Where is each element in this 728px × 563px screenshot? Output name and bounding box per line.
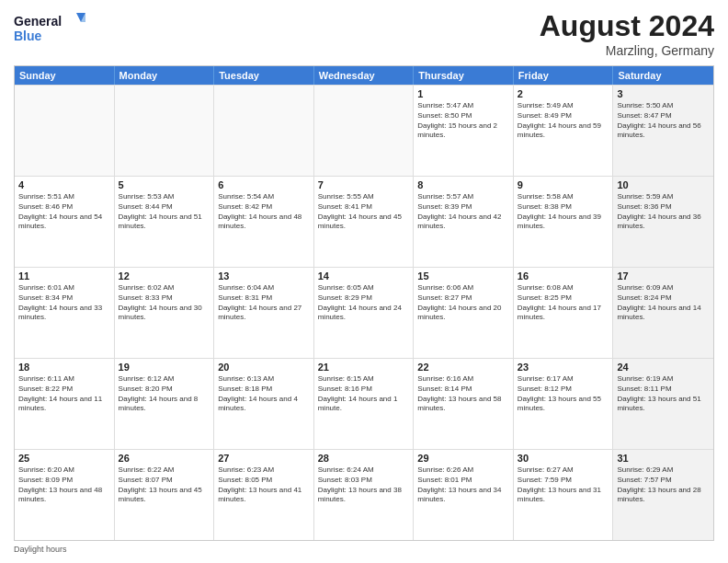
- day-number: 8: [417, 179, 509, 190]
- day-cell-29: 29Sunrise: 6:26 AM Sunset: 8:01 PM Dayli…: [414, 450, 514, 540]
- cell-info: Sunrise: 6:01 AM Sunset: 8:34 PM Dayligh…: [18, 283, 110, 323]
- cell-info: Sunrise: 6:09 AM Sunset: 8:24 PM Dayligh…: [617, 283, 710, 323]
- day-cell-25: 25Sunrise: 6:20 AM Sunset: 8:09 PM Dayli…: [15, 450, 115, 540]
- cell-info: Sunrise: 6:05 AM Sunset: 8:29 PM Dayligh…: [318, 283, 410, 323]
- day-number: 24: [617, 362, 710, 373]
- calendar-row-0: 1Sunrise: 5:47 AM Sunset: 8:50 PM Daylig…: [15, 85, 713, 176]
- day-header-tuesday: Tuesday: [214, 66, 314, 85]
- cell-info: Sunrise: 6:04 AM Sunset: 8:31 PM Dayligh…: [218, 283, 310, 323]
- empty-cell: [214, 86, 314, 176]
- cell-info: Sunrise: 5:53 AM Sunset: 8:44 PM Dayligh…: [119, 192, 210, 232]
- day-cell-14: 14Sunrise: 6:05 AM Sunset: 8:29 PM Dayli…: [314, 268, 415, 358]
- day-number: 11: [18, 270, 110, 282]
- day-number: 28: [318, 453, 410, 464]
- day-number: 21: [318, 362, 410, 373]
- svg-text:General: General: [14, 14, 62, 29]
- cell-info: Sunrise: 6:17 AM Sunset: 8:12 PM Dayligh…: [518, 374, 609, 414]
- day-cell-24: 24Sunrise: 6:19 AM Sunset: 8:11 PM Dayli…: [613, 359, 713, 449]
- day-number: 31: [617, 453, 710, 464]
- day-number: 29: [417, 453, 509, 464]
- day-cell-23: 23Sunrise: 6:17 AM Sunset: 8:12 PM Dayli…: [514, 359, 614, 449]
- day-number: 13: [218, 270, 310, 282]
- day-number: 26: [119, 453, 210, 464]
- day-number: 14: [318, 270, 410, 282]
- calendar-row-1: 4Sunrise: 5:51 AM Sunset: 8:46 PM Daylig…: [15, 176, 713, 267]
- cell-info: Sunrise: 5:50 AM Sunset: 8:47 PM Dayligh…: [617, 101, 710, 141]
- day-header-sunday: Sunday: [15, 66, 115, 85]
- logo: General Blue: [14, 9, 87, 48]
- day-number: 10: [617, 179, 710, 190]
- day-cell-31: 31Sunrise: 6:29 AM Sunset: 7:57 PM Dayli…: [613, 450, 713, 540]
- day-cell-15: 15Sunrise: 6:06 AM Sunset: 8:27 PM Dayli…: [414, 268, 514, 358]
- calendar-header: SundayMondayTuesdayWednesdayThursdayFrid…: [15, 66, 713, 85]
- day-number: 15: [417, 270, 509, 282]
- cell-info: Sunrise: 5:47 AM Sunset: 8:50 PM Dayligh…: [417, 101, 509, 141]
- cell-info: Sunrise: 6:27 AM Sunset: 7:59 PM Dayligh…: [518, 465, 609, 505]
- location: Marzling, Germany: [540, 43, 714, 58]
- calendar-body: 1Sunrise: 5:47 AM Sunset: 8:50 PM Daylig…: [15, 85, 713, 540]
- day-cell-2: 2Sunrise: 5:49 AM Sunset: 8:49 PM Daylig…: [514, 86, 614, 176]
- cell-info: Sunrise: 6:22 AM Sunset: 8:07 PM Dayligh…: [119, 465, 210, 505]
- day-cell-10: 10Sunrise: 5:59 AM Sunset: 8:36 PM Dayli…: [613, 177, 713, 267]
- cell-info: Sunrise: 6:11 AM Sunset: 8:22 PM Dayligh…: [18, 374, 110, 414]
- day-number: 6: [218, 179, 310, 190]
- cell-info: Sunrise: 6:08 AM Sunset: 8:25 PM Dayligh…: [518, 283, 609, 323]
- empty-cell: [314, 86, 415, 176]
- logo-svg: General Blue: [14, 9, 87, 48]
- day-cell-9: 9Sunrise: 5:58 AM Sunset: 8:38 PM Daylig…: [514, 177, 614, 267]
- day-header-thursday: Thursday: [414, 66, 514, 85]
- day-cell-6: 6Sunrise: 5:54 AM Sunset: 8:42 PM Daylig…: [214, 177, 314, 267]
- day-header-monday: Monday: [115, 66, 215, 85]
- day-number: 1: [417, 88, 509, 99]
- day-cell-8: 8Sunrise: 5:57 AM Sunset: 8:39 PM Daylig…: [414, 177, 514, 267]
- empty-cell: [15, 86, 115, 176]
- cell-info: Sunrise: 6:16 AM Sunset: 8:14 PM Dayligh…: [417, 374, 509, 414]
- day-cell-18: 18Sunrise: 6:11 AM Sunset: 8:22 PM Dayli…: [15, 359, 115, 449]
- day-cell-27: 27Sunrise: 6:23 AM Sunset: 8:05 PM Dayli…: [214, 450, 314, 540]
- day-header-wednesday: Wednesday: [314, 66, 415, 85]
- header: General Blue August 2024 Marzling, Germa…: [14, 9, 714, 58]
- day-number: 12: [119, 270, 210, 282]
- day-number: 17: [617, 270, 710, 282]
- day-number: 30: [518, 453, 609, 464]
- day-cell-1: 1Sunrise: 5:47 AM Sunset: 8:50 PM Daylig…: [414, 86, 514, 176]
- day-cell-12: 12Sunrise: 6:02 AM Sunset: 8:33 PM Dayli…: [115, 268, 215, 358]
- cell-info: Sunrise: 5:57 AM Sunset: 8:39 PM Dayligh…: [417, 192, 509, 232]
- empty-cell: [115, 86, 215, 176]
- day-number: 20: [218, 362, 310, 373]
- day-cell-5: 5Sunrise: 5:53 AM Sunset: 8:44 PM Daylig…: [115, 177, 215, 267]
- day-cell-11: 11Sunrise: 6:01 AM Sunset: 8:34 PM Dayli…: [15, 268, 115, 358]
- calendar: SundayMondayTuesdayWednesdayThursdayFrid…: [14, 65, 714, 541]
- calendar-row-4: 25Sunrise: 6:20 AM Sunset: 8:09 PM Dayli…: [15, 449, 713, 540]
- page: General Blue August 2024 Marzling, Germa…: [0, 0, 728, 563]
- day-number: 7: [318, 179, 410, 190]
- cell-info: Sunrise: 6:13 AM Sunset: 8:18 PM Dayligh…: [218, 374, 310, 414]
- day-header-saturday: Saturday: [613, 66, 713, 85]
- calendar-row-2: 11Sunrise: 6:01 AM Sunset: 8:34 PM Dayli…: [15, 267, 713, 358]
- day-cell-30: 30Sunrise: 6:27 AM Sunset: 7:59 PM Dayli…: [514, 450, 614, 540]
- day-number: 25: [18, 453, 110, 464]
- day-cell-20: 20Sunrise: 6:13 AM Sunset: 8:18 PM Dayli…: [214, 359, 314, 449]
- day-number: 4: [18, 179, 110, 190]
- title-block: August 2024 Marzling, Germany: [540, 9, 714, 58]
- day-number: 23: [518, 362, 609, 373]
- cell-info: Sunrise: 6:15 AM Sunset: 8:16 PM Dayligh…: [318, 374, 410, 414]
- day-cell-7: 7Sunrise: 5:55 AM Sunset: 8:41 PM Daylig…: [314, 177, 415, 267]
- day-cell-19: 19Sunrise: 6:12 AM Sunset: 8:20 PM Dayli…: [115, 359, 215, 449]
- cell-info: Sunrise: 6:24 AM Sunset: 8:03 PM Dayligh…: [318, 465, 410, 505]
- day-number: 2: [518, 88, 609, 99]
- day-cell-22: 22Sunrise: 6:16 AM Sunset: 8:14 PM Dayli…: [414, 359, 514, 449]
- cell-info: Sunrise: 5:59 AM Sunset: 8:36 PM Dayligh…: [617, 192, 710, 232]
- cell-info: Sunrise: 6:12 AM Sunset: 8:20 PM Dayligh…: [119, 374, 210, 414]
- cell-info: Sunrise: 6:19 AM Sunset: 8:11 PM Dayligh…: [617, 374, 710, 414]
- day-cell-3: 3Sunrise: 5:50 AM Sunset: 8:47 PM Daylig…: [613, 86, 713, 176]
- day-cell-28: 28Sunrise: 6:24 AM Sunset: 8:03 PM Dayli…: [314, 450, 415, 540]
- day-number: 22: [417, 362, 509, 373]
- cell-info: Sunrise: 5:55 AM Sunset: 8:41 PM Dayligh…: [318, 192, 410, 232]
- cell-info: Sunrise: 6:20 AM Sunset: 8:09 PM Dayligh…: [18, 465, 110, 505]
- day-number: 27: [218, 453, 310, 464]
- day-number: 9: [518, 179, 609, 190]
- cell-info: Sunrise: 6:02 AM Sunset: 8:33 PM Dayligh…: [119, 283, 210, 323]
- day-header-friday: Friday: [514, 66, 614, 85]
- day-cell-26: 26Sunrise: 6:22 AM Sunset: 8:07 PM Dayli…: [115, 450, 215, 540]
